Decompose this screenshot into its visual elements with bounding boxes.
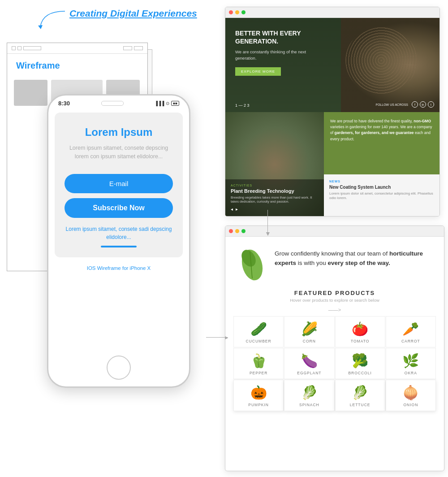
phone-footer-bar [101, 246, 137, 247]
products-grid: 🥒 CUCUMBER 🌽 CORN 🍅 TOMATO 🥕 CARROT 🫑 PE… [233, 316, 436, 411]
linkedin-icon[interactable]: in [420, 101, 426, 108]
phone-content-card: Lorem Ipsum Lorem ipsum sitamet, consete… [55, 113, 183, 257]
product-tomato[interactable]: 🍅 TOMATO [335, 316, 385, 347]
next-arrow-icon[interactable]: ▸ [236, 207, 238, 212]
explore-more-button[interactable]: EXPLORE MORE [235, 67, 281, 76]
facebook-icon[interactable]: f [412, 101, 418, 108]
hero-seeds [345, 27, 417, 94]
battery-icon: ■■ [171, 101, 179, 106]
phone-container: 8:30 ▐▐▐ ⊙ ■■ Lorem Ipsum Lorem ipsum si… [47, 94, 199, 408]
lettuce-label: LETTUCE [338, 403, 383, 407]
news-title: New Coating System Launch [329, 185, 434, 190]
plant-title: Plant Breeding Technology [231, 188, 319, 194]
plant-card: ACTIVITIES Plant Breeding Technology Bre… [225, 112, 324, 217]
plant-leaf-img [239, 247, 268, 283]
featured-title: FEATURED PRODUCTS [233, 290, 436, 296]
product-okra[interactable]: 🌿 OKRA [386, 348, 436, 379]
green-info-card: We are proud to have delivered the fines… [324, 112, 439, 174]
product-pumpkin[interactable]: 🎃 PUMPKIN [233, 380, 284, 411]
product-corn[interactable]: 🌽 CORN [284, 316, 334, 347]
phone-top-bar: 8:30 ▐▐▐ ⊙ ■■ [48, 95, 189, 109]
browser-bar-top [225, 7, 439, 18]
website-top-screenshot: BETTER WITH EVERY GENERATION. We are con… [225, 7, 440, 217]
news-label: NEWS [329, 180, 434, 183]
product-spinach[interactable]: 🥬 SPINACH [284, 380, 334, 411]
wireframe-header [7, 43, 147, 54]
news-card: NEWS New Coating System Launch Lorem ips… [324, 174, 439, 217]
hero-subtitle: We are constantly thinking of the next g… [235, 49, 327, 61]
subscribe-now-button[interactable]: Subscribe Now [65, 198, 173, 218]
hero-nav-text: 1 — 2 3 [235, 103, 250, 108]
browser-dot-red [229, 10, 233, 14]
phone-status-icons: ▐▐▐ ⊙ ■■ [155, 101, 179, 106]
eggplant-label: EGGPLANT [287, 371, 332, 375]
creating-digital-text: Creating Digital Experiences [69, 8, 197, 19]
pumpkin-icon: 🎃 [236, 385, 281, 400]
product-cucumber[interactable]: 🥒 CUCUMBER [233, 316, 284, 347]
onion-icon: 🧅 [388, 385, 433, 400]
phone-footer-text: Lorem ipsum sitamet, consete sadi depsci… [65, 225, 173, 241]
product-onion[interactable]: 🧅 ONION [386, 380, 436, 411]
product-lettuce[interactable]: 🥬 LETTUCE [335, 380, 385, 411]
plant-desc: Breeding vegetables takes more than just… [231, 195, 319, 204]
phone-camera [101, 101, 124, 106]
hero-title: BETTER WITH EVERY GENERATION. [235, 29, 327, 45]
hero-text-area: BETTER WITH EVERY GENERATION. We are con… [225, 18, 337, 87]
browser-dot-yellow-2 [235, 229, 239, 233]
phone-lorem-text: Lorem ipsum sitamet, consete depscing lo… [65, 144, 173, 161]
broccoli-icon: 🥦 [338, 353, 383, 369]
phone-home-button[interactable] [107, 356, 131, 380]
plant-card-overlay: ACTIVITIES Plant Breeding Technology Bre… [225, 179, 324, 217]
website-bottom-screenshot: Grow confidently knowing that our team o… [225, 225, 444, 471]
browser-dot-red-2 [229, 229, 233, 233]
onion-label: ONION [388, 403, 433, 407]
phone-time: 8:30 [58, 100, 70, 107]
product-broccoli[interactable]: 🥦 BROCCOLI [335, 348, 385, 379]
hort-section: Grow confidently knowing that our team o… [225, 237, 444, 287]
website-bottom-panels: ACTIVITIES Plant Breeding Technology Bre… [225, 112, 439, 217]
browser-dot-green-2 [241, 229, 246, 233]
hero-follow: FOLLOW US ACROSS f in t [376, 101, 434, 108]
svg-marker-0 [38, 25, 43, 29]
phone-outer: 8:30 ▐▐▐ ⊙ ■■ Lorem Ipsum Lorem ipsum si… [47, 94, 190, 388]
cucumber-label: CUCUMBER [236, 339, 281, 343]
h-arrow-right: ► [224, 334, 229, 341]
signal-icon: ▐▐▐ [155, 101, 164, 106]
follow-label: FOLLOW US ACROSS [376, 103, 408, 106]
hero-section: BETTER WITH EVERY GENERATION. We are con… [225, 18, 439, 112]
plant-nav-arrows: ◂ ▸ [231, 207, 319, 212]
wireframe-title: Wireframe [7, 54, 147, 78]
connector-line [267, 210, 268, 232]
spinach-icon: 🥬 [287, 385, 332, 400]
email-button[interactable]: E-mail [65, 174, 173, 193]
prev-arrow-icon[interactable]: ◂ [231, 207, 233, 212]
news-text: Lorem ipsum dolor sit amet, consectetur … [329, 191, 434, 201]
pepper-label: PEPPER [236, 371, 281, 375]
carrot-icon: 🥕 [388, 321, 433, 337]
product-pepper[interactable]: 🫑 PEPPER [233, 348, 284, 379]
wifi-icon: ⊙ [166, 101, 169, 106]
pumpkin-label: PUMPKIN [236, 403, 281, 407]
tomato-icon: 🍅 [338, 321, 383, 337]
product-carrot[interactable]: 🥕 CARROT [386, 316, 436, 347]
spinach-label: SPINACH [287, 403, 332, 407]
broccoli-label: BROCCOLI [338, 371, 383, 375]
green-card-text: We are proud to have delivered the fines… [330, 118, 433, 142]
featured-section: FEATURED PRODUCTS Hover over products to… [225, 287, 444, 416]
corn-label: CORN [287, 339, 332, 343]
tomato-label: TOMATO [338, 339, 383, 343]
cucumber-icon: 🥒 [236, 321, 281, 337]
phone-lorem-title: Lorem Ipsum [65, 126, 173, 139]
wireframe-card-1 [14, 80, 47, 106]
wireframe-header-dots [12, 46, 41, 50]
twitter-icon[interactable]: t [428, 101, 434, 108]
activities-label: ACTIVITIES [231, 184, 319, 187]
product-eggplant[interactable]: 🍆 EGGPLANT [284, 348, 334, 379]
hero-nav-dots: 1 — 2 3 [235, 103, 250, 108]
browser-bar-bottom [225, 226, 444, 237]
okra-icon: 🌿 [388, 353, 433, 369]
okra-label: OKRA [388, 371, 433, 375]
hort-main-text: Grow confidently knowing that our team o… [275, 249, 431, 268]
hort-text-area: Grow confidently knowing that our team o… [275, 245, 431, 268]
browser-dot-yellow [235, 10, 239, 14]
